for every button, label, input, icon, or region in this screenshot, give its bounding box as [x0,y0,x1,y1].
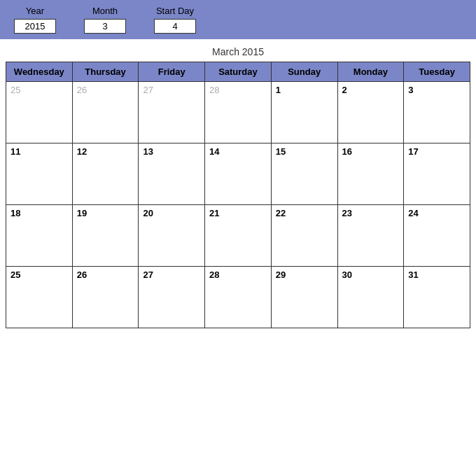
year-input[interactable] [14,19,56,34]
calendar-cell: 12 [72,144,139,205]
year-label: Year [26,6,44,16]
calendar-cell: 17 [404,144,470,205]
calendar-cell: 11 [6,144,73,205]
startday-control-group: Start Day [154,6,196,34]
app-container: Year Month Start Day March 2015 Wednesda… [0,0,476,334]
startday-input[interactable] [154,19,196,34]
calendar-cell: 20 [139,205,205,267]
calendar-day-header: Thursday [72,62,139,82]
month-input[interactable] [84,19,126,34]
calendar-day-header: Saturday [205,62,272,82]
calendar-cell: 22 [271,205,337,267]
calendar-cell: 3 [404,82,470,144]
calendar-cell: 26 [72,82,139,144]
calendar-row: 25262728293031 [6,267,470,328]
year-control-group: Year [14,6,56,34]
calendar-cell: 15 [271,144,337,205]
calendar-cell: 28 [205,267,272,328]
calendar-day-header: Tuesday [404,62,470,82]
calendar-day-header: Monday [337,62,404,82]
calendar-cell: 27 [139,267,205,328]
calendar-cell: 28 [205,82,272,144]
calendar-day-header: Wednesday [6,62,73,82]
controls-bar: Year Month Start Day [0,0,476,39]
calendar-cell: 27 [139,82,205,144]
calendar-cell: 1 [271,82,337,144]
calendar-cell: 13 [139,144,205,205]
calendar-day-header: Friday [139,62,205,82]
calendar-cell: 31 [404,267,470,328]
calendar-row: 11121314151617 [6,144,470,205]
calendar-cell: 30 [337,267,404,328]
calendar-cell: 14 [205,144,272,205]
calendar-title: March 2015 [0,39,476,62]
calendar-cell: 29 [271,267,337,328]
month-label: Month [92,6,118,16]
calendar-cell: 16 [337,144,404,205]
calendar-cell: 2 [337,82,404,144]
calendar-cell: 19 [72,205,139,267]
calendar-row: 25262728123 [6,82,470,144]
calendar-table: WednesdayThursdayFridaySaturdaySundayMon… [6,62,470,328]
calendar-row: 18192021222324 [6,205,470,267]
calendar-cell: 21 [205,205,272,267]
calendar-day-header: Sunday [271,62,337,82]
calendar-cell: 18 [6,205,73,267]
calendar-cell: 26 [72,267,139,328]
month-control-group: Month [84,6,126,34]
calendar-cell: 25 [6,267,73,328]
calendar-body: 2526272812311121314151617181920212223242… [6,82,470,328]
calendar-wrapper: WednesdayThursdayFridaySaturdaySundayMon… [0,62,476,334]
calendar-header: WednesdayThursdayFridaySaturdaySundayMon… [6,62,470,82]
calendar-cell: 24 [404,205,470,267]
calendar-cell: 25 [6,82,73,144]
startday-label: Start Day [156,6,194,16]
header-row: WednesdayThursdayFridaySaturdaySundayMon… [6,62,470,82]
calendar-cell: 23 [337,205,404,267]
